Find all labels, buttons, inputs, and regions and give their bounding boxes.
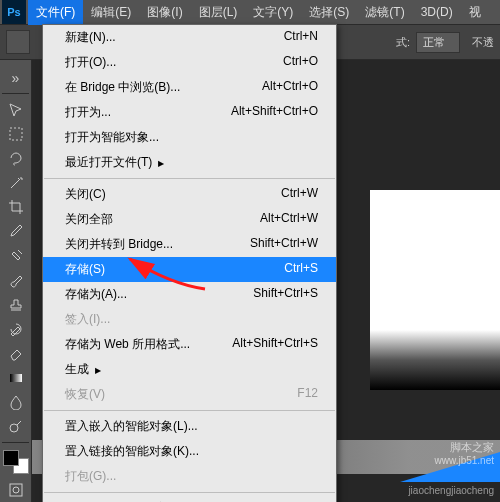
menubar: Ps 文件(F) 编辑(E) 图像(I) 图层(L) 文字(Y) 选择(S) 滤… (0, 0, 500, 24)
crop-tool[interactable] (3, 196, 29, 218)
brush-tool[interactable] (3, 269, 29, 291)
menu-item-n[interactable]: 新建(N)...Ctrl+N (43, 25, 336, 50)
quickmask-tool[interactable] (3, 479, 29, 501)
svg-rect-3 (10, 484, 22, 496)
app-logo: Ps (2, 0, 26, 24)
menu-item-o[interactable]: 打开(O)...Ctrl+O (43, 50, 336, 75)
tool-preset-button[interactable] (6, 30, 30, 54)
move-tool[interactable] (3, 98, 29, 120)
blend-mode-select[interactable]: 正常 (416, 32, 460, 53)
menu-file[interactable]: 文件(F) (28, 0, 83, 25)
healing-tool[interactable] (3, 245, 29, 267)
lasso-tool[interactable] (3, 147, 29, 169)
tool-panel: » (0, 60, 32, 502)
menu-image[interactable]: 图像(I) (139, 0, 190, 25)
menu-item-v: 恢复(V)F12 (43, 382, 336, 407)
menu-item-bridge[interactable]: 关闭并转到 Bridge...Shift+Ctrl+W (43, 232, 336, 257)
watermark: 脚本之家 www.jb51.net (435, 440, 494, 466)
menu-item-[interactable]: 打开为智能对象... (43, 125, 336, 150)
document (370, 190, 500, 390)
eyedropper-tool[interactable] (3, 220, 29, 242)
eraser-tool[interactable] (3, 342, 29, 364)
menu-3d[interactable]: 3D(D) (413, 1, 461, 23)
svg-rect-0 (10, 128, 22, 140)
opacity-label: 不透 (472, 35, 494, 50)
menu-view[interactable]: 视 (461, 0, 489, 25)
menu-item-[interactable]: 生成 (43, 357, 336, 382)
menu-item-l[interactable]: 置入嵌入的智能对象(L)... (43, 414, 336, 439)
menu-item-[interactable]: 打开为...Alt+Shift+Ctrl+O (43, 100, 336, 125)
marquee-tool[interactable] (3, 123, 29, 145)
menu-item-[interactable]: 关闭全部Alt+Ctrl+W (43, 207, 336, 232)
mode-label: 式: (396, 35, 410, 50)
menu-edit[interactable]: 编辑(E) (83, 0, 139, 25)
menu-layer[interactable]: 图层(L) (191, 0, 246, 25)
blur-tool[interactable] (3, 391, 29, 413)
color-swatches[interactable] (3, 450, 29, 474)
menu-item-s[interactable]: 存储(S)Ctrl+S (43, 257, 336, 282)
history-brush-tool[interactable] (3, 318, 29, 340)
gradient-tool[interactable] (3, 366, 29, 388)
svg-rect-1 (10, 374, 22, 382)
stamp-tool[interactable] (3, 293, 29, 315)
dodge-tool[interactable] (3, 415, 29, 437)
menu-item-i: 签入(I)... (43, 307, 336, 332)
svg-point-4 (13, 487, 19, 493)
menu-item-k[interactable]: 置入链接的智能对象(K)... (43, 439, 336, 464)
watermark-footer: jiaochengjiaocheng (408, 485, 494, 496)
file-menu-dropdown: 新建(N)...Ctrl+N打开(O)...Ctrl+O在 Bridge 中浏览… (42, 24, 337, 502)
menu-item-web[interactable]: 存储为 Web 所用格式...Alt+Shift+Ctrl+S (43, 332, 336, 357)
menu-item-bridgeb[interactable]: 在 Bridge 中浏览(B)...Alt+Ctrl+O (43, 75, 336, 100)
svg-point-2 (10, 424, 18, 432)
menu-item-a[interactable]: 存储为(A)...Shift+Ctrl+S (43, 282, 336, 307)
menu-item-g: 打包(G)... (43, 464, 336, 489)
wand-tool[interactable] (3, 171, 29, 193)
menu-type[interactable]: 文字(Y) (245, 0, 301, 25)
menu-item-c[interactable]: 关闭(C)Ctrl+W (43, 182, 336, 207)
expand-icon[interactable]: » (3, 67, 29, 89)
menu-item-behanced[interactable]: 在 Behance 上共享(D)... (43, 496, 336, 502)
menu-item-t[interactable]: 最近打开文件(T) (43, 150, 336, 175)
menu-filter[interactable]: 滤镜(T) (357, 0, 412, 25)
menu-select[interactable]: 选择(S) (301, 0, 357, 25)
